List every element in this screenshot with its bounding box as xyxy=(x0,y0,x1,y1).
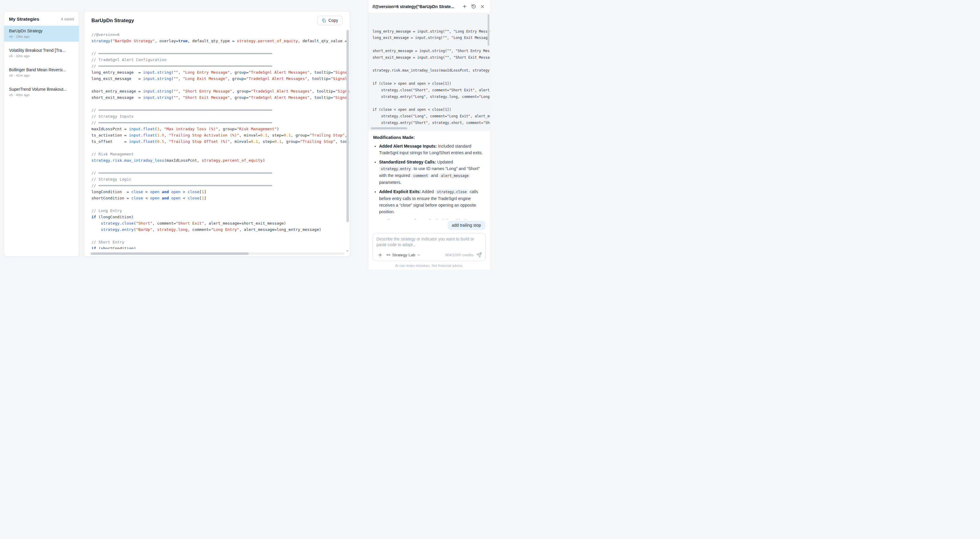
code-line: // Strategy Inputs xyxy=(91,113,344,119)
scroll-down-arrow-icon[interactable] xyxy=(345,249,349,254)
ai-disclaimer: AI can make mistakes. Not financial advi… xyxy=(368,261,490,270)
strategy-item-meta: v5 · 41m ago xyxy=(9,73,74,78)
preview-code-line xyxy=(372,74,486,81)
code-line: strategy.close("Short", comment="Short E… xyxy=(91,220,344,227)
strategy-item-meta: v6 · 19m ago xyxy=(9,35,74,39)
strategy-item-volatility-breakout[interactable]: Volatility Breakout Trend [Tra... v5 · 3… xyxy=(4,45,79,61)
code-line: //@version=6 xyxy=(91,32,344,38)
preview-code-line: strategy.entry("Short", strategy.short, … xyxy=(372,120,486,126)
code-line: // ═════════════════════════════════════… xyxy=(91,170,344,176)
editor-vertical-scrollbar[interactable] xyxy=(347,30,349,249)
mode-selector[interactable]: <> Strategy Lab xyxy=(386,253,421,257)
strategy-item-title: Bollinger Band Mean Reversi... xyxy=(9,68,74,72)
strategy-item-meta: v5 · 43m ago xyxy=(9,93,74,97)
close-icon[interactable] xyxy=(479,3,487,11)
code-line: if (longCondition) xyxy=(91,214,344,220)
preview-code-line xyxy=(372,41,486,48)
editor-title: BarUpDn Strategy xyxy=(91,17,134,23)
code-line: short_exit_message = input.string("", "S… xyxy=(91,94,344,101)
code-line: if (shortCondition) xyxy=(91,245,344,249)
code-line: // TradeSgnl Alert Configuration xyxy=(91,57,344,63)
modification-item: Added Explicit Exits: Added strategy.clo… xyxy=(379,189,485,215)
my-strategies-header: My Strategies 4 saved xyxy=(4,11,79,26)
code-line: longCondition = close > open and open > … xyxy=(91,189,344,195)
strategy-item-meta: v5 · 32m ago xyxy=(9,54,74,58)
prompt-input[interactable] xyxy=(376,236,482,249)
preview-horizontal-scrollbar[interactable] xyxy=(371,127,407,129)
modification-item: Added Alert Message Inputs: Included sta… xyxy=(379,143,485,156)
chat-title: //@version=6 strategy("BarUpDn Strate... xyxy=(372,4,460,9)
my-strategies-title: My Strategies xyxy=(9,16,39,22)
strategy-item-title: SuperTrend Volume Breakout... xyxy=(9,87,74,92)
assistant-panel: //@version=6 strategy("BarUpDn Strate...… xyxy=(368,0,490,270)
code-line: strategy("BarUpDn Strategy", overlay=tru… xyxy=(91,38,344,44)
preview-code-line: long_exit_message = input.string("", "Lo… xyxy=(372,35,486,41)
chat-header: //@version=6 strategy("BarUpDn Strate... xyxy=(368,0,490,13)
code-line: long_exit_message = input.string("", "Lo… xyxy=(91,76,344,82)
code-line xyxy=(91,201,344,208)
code-line: ts_activation = input.float(1.0, "Traili… xyxy=(91,132,344,138)
code-line xyxy=(91,82,344,88)
code-line: // Risk Management xyxy=(91,151,344,157)
copy-label: Copy xyxy=(328,18,338,23)
strategy-item-bollinger-band[interactable]: Bollinger Band Mean Reversi... v5 · 41m … xyxy=(4,65,79,81)
code-editor[interactable]: //@version=6strategy("BarUpDn Strategy",… xyxy=(84,29,350,249)
saved-count: 4 saved xyxy=(61,17,74,21)
suggestion-chip-add-trailing-stop[interactable]: add trailing stop xyxy=(448,221,485,230)
assistant-code-preview[interactable]: long_entry_message = input.string("", "L… xyxy=(368,13,490,131)
credits-counter: 904/1000 credits xyxy=(445,253,474,257)
code-line xyxy=(91,44,344,50)
modification-item: Version Preservation: Maintained the ori… xyxy=(379,218,485,219)
code-line: // Short Entry xyxy=(91,239,344,245)
code-line: // ═════════════════════════════════════… xyxy=(91,107,344,113)
preview-code-line: strategy.close("Long", comment="Long Exi… xyxy=(372,113,486,120)
panel-vertical-scrollbar[interactable] xyxy=(488,14,489,46)
chevron-down-icon xyxy=(417,253,421,257)
code-line: shortCondition = close < open and open <… xyxy=(91,195,344,201)
code-line: // ═════════════════════════════════════… xyxy=(91,50,344,57)
strategy-editor-panel: BarUpDn Strategy Copy //@version=6strate… xyxy=(84,11,350,257)
code-line: // Long Entry xyxy=(91,208,344,214)
my-strategies-panel: My Strategies 4 saved BarUpDn Strategy v… xyxy=(4,11,79,257)
code-line: strategy.entry("BarUp", strategy.long, c… xyxy=(91,227,344,233)
composer: <> Strategy Lab 904/1000 credits xyxy=(372,233,486,261)
preview-code-line xyxy=(372,100,486,106)
modifications-list: Added Alert Message Inputs: Included sta… xyxy=(373,143,485,219)
strategy-item-title: BarUpDn Strategy xyxy=(9,29,74,33)
preview-code-line: long_entry_message = input.string("", "L… xyxy=(372,29,486,35)
code-line xyxy=(91,163,344,170)
editor-horizontal-scrollbar[interactable] xyxy=(90,252,344,255)
send-icon[interactable] xyxy=(476,252,482,258)
new-chat-icon[interactable] xyxy=(461,3,468,11)
code-line: // ═════════════════════════════════════… xyxy=(91,182,344,189)
suggestion-chip-row: add trailing stop xyxy=(368,221,490,230)
preview-code-line: strategy.risk.max_intraday_loss(maxIdLos… xyxy=(372,67,486,74)
code-line: maxIdLossPcnt = input.float(1, "Max intr… xyxy=(91,126,344,132)
preview-code-line xyxy=(372,61,486,68)
code-line: // ═════════════════════════════════════… xyxy=(91,119,344,126)
code-line xyxy=(91,233,344,239)
code-line: short_entry_message = input.string("", "… xyxy=(91,88,344,94)
preview-code-line: short_exit_message = input.string("", "S… xyxy=(372,54,486,61)
modifications-section: Modifications Made: Added Alert Message … xyxy=(368,131,490,219)
preview-code-line: short_entry_message = input.string("", "… xyxy=(372,48,486,54)
code-line: // Strategy Logic xyxy=(91,176,344,182)
copy-icon xyxy=(321,18,326,23)
modification-item: Standardized Strategy Calls: Updated str… xyxy=(379,159,485,185)
code-line: long_entry_message = input.string("", "L… xyxy=(91,69,344,76)
strategy-item-barupdn[interactable]: BarUpDn Strategy v6 · 19m ago xyxy=(4,26,79,42)
preview-code-line: if (close > open and open > close[1]) xyxy=(372,81,486,87)
modifications-heading: Modifications Made: xyxy=(373,135,485,140)
attach-plus-icon[interactable] xyxy=(376,251,383,258)
code-line xyxy=(91,144,344,151)
strategy-list: BarUpDn Strategy v6 · 19m ago Volatility… xyxy=(4,26,79,100)
code-line: ts_offset = input.float(0.5, "Trailing S… xyxy=(91,138,344,144)
copy-button[interactable]: Copy xyxy=(317,16,342,25)
editor-header: BarUpDn Strategy Copy xyxy=(84,11,350,29)
preview-code-line: if (close < open and open < close[1]) xyxy=(372,106,486,113)
preview-code-line: strategy.entry("Long", strategy.long, co… xyxy=(372,94,486,100)
strategy-item-title: Volatility Breakout Trend [Tra... xyxy=(9,48,74,53)
strategy-item-supertrend[interactable]: SuperTrend Volume Breakout... v5 · 43m a… xyxy=(4,84,79,100)
code-line: strategy.risk.max_intraday_loss(maxIdLos… xyxy=(91,157,344,163)
history-icon[interactable] xyxy=(469,3,477,11)
